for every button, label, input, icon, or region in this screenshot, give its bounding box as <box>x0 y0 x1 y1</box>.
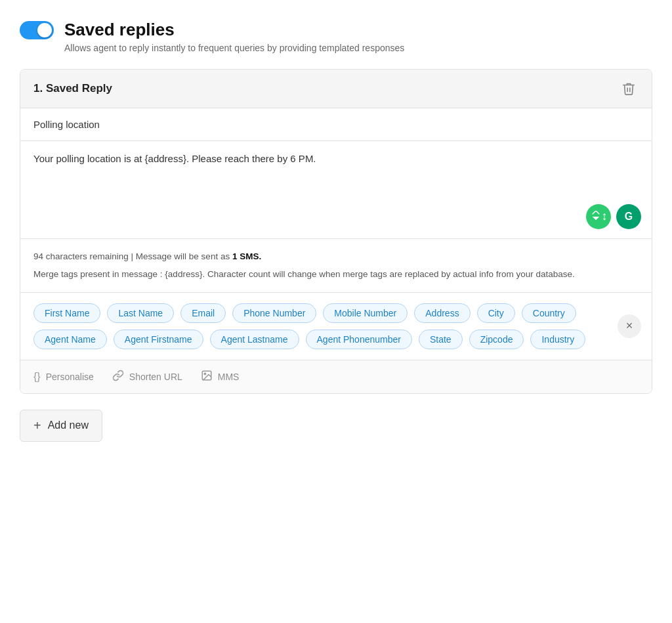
personalise-label: Personalise <box>46 372 94 382</box>
merge-tag-city[interactable]: City <box>477 303 515 323</box>
personalise-icon: {} <box>33 371 41 383</box>
reply-name-input[interactable] <box>20 108 652 141</box>
grammarly-button[interactable]: G <box>616 204 641 229</box>
delete-button[interactable] <box>619 79 639 98</box>
close-tags-button[interactable]: × <box>618 314 641 338</box>
merge-tag-last-name[interactable]: Last Name <box>107 303 174 323</box>
merge-tag-note: Merge tags present in message : {address… <box>33 267 639 282</box>
merge-tag-email[interactable]: Email <box>180 303 226 323</box>
tags-container: First NameLast NameEmailPhone NumberMobi… <box>33 303 639 349</box>
card-header: 1. Saved Reply <box>20 70 652 108</box>
merge-tag-first-name[interactable]: First Name <box>33 303 100 323</box>
add-icon: + <box>33 418 41 433</box>
shorten-url-icon <box>112 370 124 384</box>
merge-tag-zipcode[interactable]: Zipcode <box>469 330 524 349</box>
merge-tag-state[interactable]: State <box>419 330 463 349</box>
sms-label: 1 SMS. <box>232 251 261 261</box>
personalise-button[interactable]: {} Personalise <box>33 371 94 383</box>
insert-icon-button[interactable]: ↕ <box>586 204 611 229</box>
header-text: Saved replies Allows agent to reply inst… <box>64 20 404 53</box>
mms-icon <box>201 370 213 384</box>
card-header-title: 1. Saved Reply <box>33 82 112 95</box>
shorten-url-button[interactable]: Shorten URL <box>112 370 182 384</box>
merge-tag-industry[interactable]: Industry <box>530 330 585 349</box>
merge-tag-agent-phonenumber[interactable]: Agent Phonenumber <box>306 330 412 349</box>
action-icons: ↕ G <box>586 204 641 229</box>
reply-body-area: ↕ G <box>20 141 652 239</box>
merge-tag-mobile-number[interactable]: Mobile Number <box>323 303 408 323</box>
page-title: Saved replies <box>64 20 404 40</box>
mms-label: MMS <box>218 372 240 382</box>
merge-tags-section: First NameLast NameEmailPhone NumberMobi… <box>20 293 652 360</box>
merge-tag-agent-firstname[interactable]: Agent Firstname <box>114 330 203 349</box>
mms-button[interactable]: MMS <box>201 370 240 384</box>
merge-tag-agent-lastname[interactable]: Agent Lastname <box>210 330 299 349</box>
char-remaining: 94 characters remaining | Message will b… <box>33 249 639 264</box>
shorten-url-label: Shorten URL <box>129 372 182 382</box>
merge-tag-country[interactable]: Country <box>522 303 576 323</box>
add-new-label: Add new <box>48 419 89 431</box>
page-subtitle: Allows agent to reply instantly to frequ… <box>64 43 404 53</box>
merge-tag-address[interactable]: Address <box>414 303 470 323</box>
page-header: Saved replies Allows agent to reply inst… <box>20 20 652 53</box>
saved-replies-toggle[interactable] <box>20 21 54 39</box>
card-footer: {} Personalise Shorten URL MMS <box>20 360 652 393</box>
char-info: 94 characters remaining | Message will b… <box>20 239 652 293</box>
saved-reply-card: 1. Saved Reply ↕ G <box>20 69 652 394</box>
reply-body-textarea[interactable] <box>33 152 639 196</box>
merge-tag-agent-name[interactable]: Agent Name <box>33 330 107 349</box>
add-new-button[interactable]: + Add new <box>20 410 102 442</box>
svg-point-1 <box>204 373 205 374</box>
merge-tag-phone-number[interactable]: Phone Number <box>232 303 316 323</box>
